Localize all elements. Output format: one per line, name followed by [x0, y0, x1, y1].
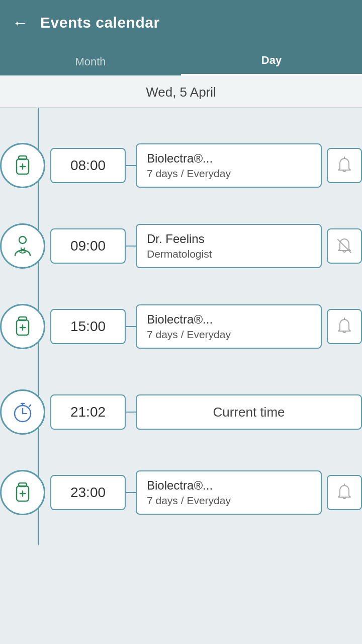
event-name: Dr. Feelins [147, 232, 311, 246]
event-time: 15:00 [50, 309, 126, 344]
event-icon-medicine[interactable] [0, 304, 45, 349]
svg-line-20 [29, 405, 31, 407]
event-detail-box[interactable]: Biolectra®...7 days / Everyday [136, 470, 322, 515]
current-time-box: Current time [136, 394, 362, 430]
event-time: 09:00 [50, 228, 126, 264]
connector-line [126, 326, 136, 327]
event-row: 08:00Biolectra®...7 days / Everyday [0, 118, 362, 193]
svg-point-5 [19, 236, 26, 244]
bell-button[interactable] [327, 148, 362, 183]
tab-month[interactable]: Month [0, 55, 181, 75]
connector-line [126, 165, 136, 166]
page-title: Events calendar [40, 14, 160, 31]
header: ← Events calendar [0, 0, 362, 45]
bell-button[interactable] [327, 475, 362, 510]
bell-button[interactable] [327, 309, 362, 344]
event-sub: 7 days / Everyday [147, 329, 311, 341]
connector-line [126, 246, 136, 247]
event-icon-clock[interactable] [0, 389, 45, 435]
event-name: Biolectra®... [147, 151, 311, 166]
event-row: 15:00Biolectra®...7 days / Everyday [0, 279, 362, 354]
event-sub: 7 days / Everyday [147, 168, 311, 180]
event-sub: Dermatologist [147, 248, 311, 260]
event-detail-box[interactable]: Dr. FeelinsDermatologist [136, 224, 322, 268]
event-time: 08:00 [50, 148, 126, 183]
event-row: 09:00Dr. FeelinsDermatologist [0, 198, 362, 274]
back-button[interactable]: ← [12, 14, 28, 32]
tab-day[interactable]: Day [181, 54, 362, 75]
event-icon-medicine[interactable] [0, 143, 45, 188]
connector-line [126, 412, 136, 413]
event-row: 21:02Current time [0, 359, 362, 440]
event-time: 23:00 [50, 475, 126, 510]
date-header: Wed, 5 April [0, 75, 362, 108]
bell-button[interactable] [327, 228, 362, 264]
event-name: Biolectra®... [147, 478, 311, 493]
event-icon-medicine[interactable] [0, 470, 45, 515]
event-detail-box[interactable]: Biolectra®...7 days / Everyday [136, 304, 322, 349]
tab-bar: Month Day [0, 45, 362, 75]
event-sub: 7 days / Everyday [147, 495, 311, 507]
event-name: Biolectra®... [147, 312, 311, 327]
event-icon-doctor[interactable] [0, 223, 45, 269]
event-time: 21:02 [50, 394, 126, 430]
event-row: 23:00Biolectra®...7 days / Everyday [0, 445, 362, 520]
timeline: 08:00Biolectra®...7 days / Everyday 09:0… [0, 108, 362, 545]
event-detail-box[interactable]: Biolectra®...7 days / Everyday [136, 143, 322, 188]
connector-line [126, 492, 136, 493]
